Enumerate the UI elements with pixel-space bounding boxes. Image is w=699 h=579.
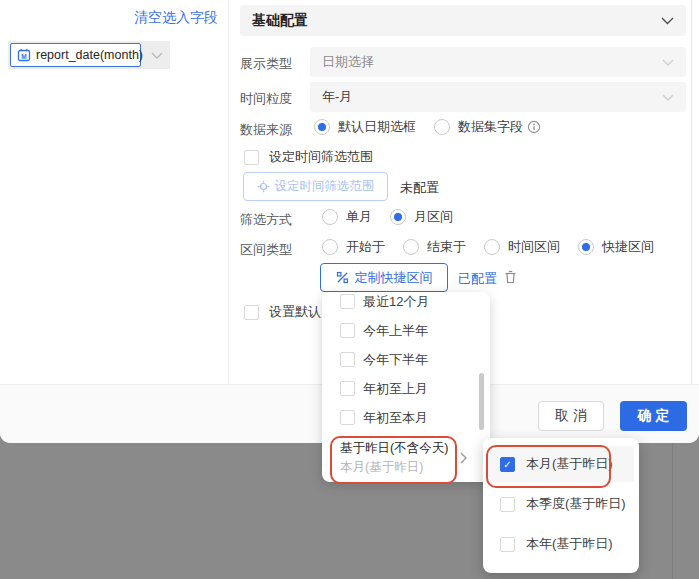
item-checkbox[interactable] (340, 352, 355, 367)
radio-ends-at[interactable] (403, 239, 419, 255)
range-type-radio-group: 开始于 结束于 时间区间 快捷区间 (322, 238, 672, 256)
background-page-line (672, 443, 673, 579)
list-item-second-half-year[interactable]: 今年下半年 (322, 345, 490, 374)
submenu-item-label: 本年(基于昨日) (526, 535, 613, 553)
set-time-range-checkbox-row: 设定时间筛选范围 (244, 148, 373, 166)
set-time-range-checkbox-label[interactable]: 设定时间筛选范围 (269, 148, 373, 166)
chevron-right-icon (460, 452, 467, 464)
granularity-value: 年-月 (322, 88, 352, 106)
trash-icon[interactable] (504, 270, 517, 284)
item-checkbox[interactable] (340, 381, 355, 396)
item-checkbox[interactable] (340, 294, 355, 309)
svg-text:M: M (21, 53, 26, 60)
list-item-label: 今年上半年 (363, 322, 428, 340)
customize-icon (336, 271, 349, 284)
radio-time-range-label[interactable]: 时间区间 (508, 238, 560, 256)
radio-quick-range-label[interactable]: 快捷区间 (602, 238, 654, 256)
data-source-label: 数据来源 (240, 121, 292, 139)
item-checkbox-checked[interactable]: ✓ (500, 457, 515, 472)
display-type-label: 展示类型 (240, 55, 292, 73)
set-default-checkbox[interactable] (244, 305, 259, 320)
list-item-label: 最近12个月 (363, 293, 429, 311)
item-checkbox[interactable] (340, 323, 355, 338)
list-item-ytd-this-month[interactable]: 年初至本月 (322, 403, 490, 432)
display-type-select[interactable]: 日期选择 (310, 47, 686, 77)
chevron-down-icon[interactable] (151, 52, 163, 59)
dropdown-scrollbar-thumb[interactable] (479, 373, 484, 430)
radio-dataset-field[interactable] (434, 119, 450, 135)
granularity-label: 时间粒度 (240, 90, 292, 108)
chevron-down-icon (662, 94, 674, 101)
collapse-chevron-icon[interactable] (661, 17, 674, 25)
basic-config-title: 基础配置 (252, 12, 308, 30)
filter-mode-label: 筛选方式 (240, 211, 292, 229)
range-status-text: 未配置 (400, 179, 439, 197)
list-item-label: 年初至上月 (363, 380, 428, 398)
radio-month-range[interactable] (390, 209, 406, 225)
set-time-range-checkbox[interactable] (244, 150, 259, 165)
submenu-item-label: 本季度(基于昨日) (526, 495, 626, 513)
set-default-checkbox-label[interactable]: 设置默认 (269, 303, 321, 321)
radio-starts-at-label[interactable]: 开始于 (346, 238, 385, 256)
radio-ends-at-label[interactable]: 结束于 (427, 238, 466, 256)
field-chip-report-date[interactable]: M report_date(month) (10, 43, 141, 67)
info-icon[interactable] (527, 120, 541, 134)
radio-month-range-label[interactable]: 月区间 (414, 208, 453, 226)
calendar-m-icon: M (17, 48, 31, 62)
customize-quick-range-label: 定制快捷区间 (355, 269, 433, 287)
selected-field-row: M report_date(month) (8, 41, 170, 69)
granularity-select[interactable]: 年-月 (310, 82, 686, 112)
confirm-button[interactable]: 确定 (620, 401, 687, 431)
list-item-first-half-year[interactable]: 今年上半年 (322, 316, 490, 345)
settings-icon (257, 180, 270, 193)
submenu-item-this-quarter[interactable]: 本季度(基于昨日) (488, 486, 634, 522)
radio-starts-at[interactable] (322, 239, 338, 255)
item-checkbox[interactable] (500, 497, 515, 512)
radio-quick-range[interactable] (578, 239, 594, 255)
radio-dataset-field-label[interactable]: 数据集字段 (458, 118, 523, 136)
customize-quick-range-button[interactable]: 定制快捷区间 (320, 263, 448, 292)
set-time-range-button-label: 设定时间筛选范围 (275, 178, 375, 195)
based-on-yesterday-submenu: ✓ 本月(基于昨日) 本季度(基于昨日) 本年(基于昨日) (483, 438, 639, 573)
based-on-yesterday-submenu-trigger[interactable]: 基于昨日(不含今天) 本月(基于昨日) (322, 432, 490, 482)
range-type-label: 区间类型 (240, 241, 292, 259)
list-item-label: 今年下半年 (363, 351, 428, 369)
radio-single-month-label[interactable]: 单月 (346, 208, 372, 226)
left-panel-divider (228, 0, 229, 384)
basic-config-header[interactable]: 基础配置 (240, 5, 686, 36)
set-default-checkbox-row: 设置默认 (244, 303, 321, 321)
list-item-label: 年初至本月 (363, 409, 428, 427)
clear-selected-fields-link[interactable]: 清空选入字段 (134, 9, 218, 27)
field-chip-label: report_date(month) (36, 48, 143, 62)
radio-default-date-picker[interactable] (314, 119, 330, 135)
panel-right-divider (691, 0, 692, 436)
data-source-radio-group: 默认日期选框 数据集字段 (314, 118, 541, 136)
filter-mode-radio-group: 单月 月区间 (322, 208, 471, 226)
list-item-ytd-last-month[interactable]: 年初至上月 (322, 374, 490, 403)
display-type-value: 日期选择 (322, 53, 374, 71)
quick-range-dropdown: 最近12个月 今年上半年 今年下半年 年初至上月 年初至本月 基于昨日(不含今天… (322, 292, 490, 482)
cancel-button[interactable]: 取消 (538, 401, 604, 431)
submenu-item-label: 本月(基于昨日) (526, 455, 613, 473)
radio-time-range[interactable] (484, 239, 500, 255)
chevron-down-icon (662, 59, 674, 66)
submenu-trigger-subtitle: 本月(基于昨日) (340, 459, 423, 476)
submenu-item-this-year[interactable]: 本年(基于昨日) (488, 526, 634, 562)
item-checkbox[interactable] (500, 537, 515, 552)
list-item-last-12-months[interactable]: 最近12个月 (322, 292, 490, 316)
radio-single-month[interactable] (322, 209, 338, 225)
submenu-trigger-title: 基于昨日(不含今天) (340, 440, 448, 457)
radio-default-date-picker-label[interactable]: 默认日期选框 (338, 118, 416, 136)
configured-status-text: 已配置 (458, 270, 497, 288)
set-time-range-button: 设定时间筛选范围 (243, 172, 388, 201)
submenu-item-this-month[interactable]: ✓ 本月(基于昨日) (488, 446, 634, 482)
item-checkbox[interactable] (340, 410, 355, 425)
